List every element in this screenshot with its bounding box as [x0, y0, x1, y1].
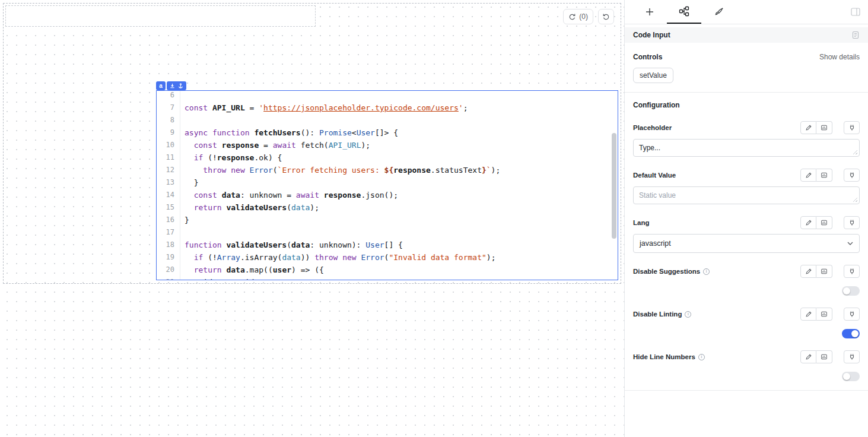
transform-button[interactable]: [816, 350, 832, 363]
datasource-button[interactable]: [844, 308, 860, 321]
code-line: 8: [157, 114, 618, 126]
line-content: if (!response.ok) {: [180, 151, 282, 164]
pencil-icon: [805, 172, 812, 179]
field-buttons: [800, 216, 860, 229]
line-number: 16: [157, 214, 180, 226]
line-number: 18: [157, 239, 180, 251]
code-line: 17: [157, 226, 618, 239]
field-label: Disable Linting: [633, 311, 682, 318]
edit-button[interactable]: [800, 308, 816, 321]
code-line: 10 const response = await fetch(API_URL)…: [157, 139, 618, 151]
line-number: 20: [157, 264, 180, 276]
code-line: 14 const data: unknown = await response.…: [157, 189, 618, 201]
field-input-placeholder[interactable]: Type...: [633, 139, 860, 157]
component-tag-chip[interactable]: a: [156, 81, 166, 90]
pencil-icon: [805, 311, 812, 318]
canvas-grid[interactable]: (0) a 67const API_URL = 'https://jsonpla…: [0, 0, 624, 437]
edit-button[interactable]: [800, 169, 816, 182]
line-number: 17: [157, 226, 180, 239]
line-number: 6: [157, 91, 180, 102]
inspector-panel: Code Input Controls Show details setValu…: [624, 0, 868, 437]
tab-style[interactable]: [701, 0, 736, 24]
field-buttons: [800, 350, 860, 363]
toggle-knob: [843, 373, 850, 380]
toggle-disable-linting[interactable]: [842, 329, 860, 338]
field-select-lang[interactable]: javascript: [633, 234, 860, 253]
config-field-disable-suggestions: Disable Suggestions: [633, 265, 860, 296]
component-handle-chip[interactable]: [167, 81, 186, 90]
line-number: 14: [157, 189, 180, 201]
transform-button[interactable]: [816, 169, 832, 182]
datasource-button[interactable]: [844, 121, 860, 134]
canvas-actions: (0): [563, 9, 614, 24]
refresh-button[interactable]: (0): [563, 9, 593, 24]
line-content: throw new Error(`Error fetching users: $…: [180, 164, 500, 176]
datasource-button[interactable]: [844, 216, 860, 229]
line-content: [180, 91, 185, 102]
pencil-icon: [805, 219, 812, 226]
collapse-panel-button[interactable]: [851, 0, 860, 24]
section-divider: [625, 92, 868, 93]
toggle-knob: [851, 330, 859, 337]
code-input-component[interactable]: a 67const API_URL = 'https://jsonplaceho…: [156, 90, 618, 280]
code-line: 13 }: [157, 176, 618, 189]
anchor-icon: [178, 83, 183, 88]
field-header: Lang: [633, 216, 860, 229]
code-line: 6: [157, 91, 618, 102]
info-icon: [698, 354, 705, 360]
edit-button[interactable]: [800, 121, 816, 134]
config-field-placeholder: PlaceholderType...: [633, 121, 860, 157]
transform-button[interactable]: [816, 308, 832, 321]
line-number: 12: [157, 164, 180, 176]
code-line: 19 if (!Array.isArray(data)) throw new E…: [157, 251, 618, 264]
refresh-icon: [568, 13, 576, 21]
datasource-button[interactable]: [844, 169, 860, 182]
section-divider-bottom: [625, 390, 868, 391]
tab-components[interactable]: [667, 0, 701, 24]
field-label: Default Value: [633, 172, 676, 179]
line-content: const API_URL = 'https://jsonplaceholder…: [180, 102, 468, 114]
code-editor[interactable]: 67const API_URL = 'https://jsonplacehold…: [157, 91, 618, 280]
edit-button[interactable]: [800, 265, 816, 278]
code-line: 16}: [157, 214, 618, 226]
edit-button[interactable]: [800, 350, 816, 363]
line-number: 19: [157, 251, 180, 264]
field-buttons: [800, 169, 860, 182]
panel-right-icon: [851, 8, 860, 16]
transform-button[interactable]: [816, 265, 832, 278]
line-number: 11: [157, 151, 180, 164]
history-button[interactable]: [598, 9, 614, 24]
code-line: 18function validateUsers(data: unknown):…: [157, 239, 618, 251]
field-header: Hide Line Numbers: [633, 350, 860, 363]
line-content: id: user.id,: [180, 276, 259, 280]
code-line: 15 return validateUsers(data);: [157, 201, 618, 214]
show-details-link[interactable]: Show details: [819, 53, 860, 61]
controls-heading: Controls: [633, 53, 662, 61]
line-number: 21: [157, 276, 180, 280]
toggle-disable-suggestions[interactable]: [842, 286, 860, 296]
resize-handle-icon[interactable]: [853, 150, 857, 154]
pencil-icon: [805, 353, 812, 360]
header-placeholder[interactable]: [5, 5, 316, 27]
line-content: return data.map((user) => ({: [180, 264, 324, 276]
line-content: [180, 114, 185, 126]
toggle-hide-line-numbers[interactable]: [842, 372, 860, 381]
line-content: function validateUsers(data: unknown): U…: [180, 239, 403, 251]
tab-add[interactable]: [632, 0, 667, 24]
editor-scrollbar[interactable]: [612, 133, 616, 239]
transform-button[interactable]: [816, 121, 832, 134]
edit-button[interactable]: [800, 216, 816, 229]
resize-handle-icon[interactable]: [853, 197, 857, 202]
line-content: return validateUsers(data);: [180, 201, 319, 214]
field-input-default-value[interactable]: Static value: [633, 186, 860, 204]
history-icon: [602, 13, 610, 21]
controls-section-header: Controls Show details: [633, 53, 860, 61]
datasource-button[interactable]: [844, 350, 860, 363]
datasource-button[interactable]: [844, 265, 860, 278]
field-label: Lang: [633, 219, 649, 226]
method-setvalue-button[interactable]: setValue: [633, 68, 673, 83]
component-doc-icon[interactable]: [851, 31, 860, 39]
transform-button[interactable]: [816, 216, 832, 229]
pencil-icon: [805, 268, 812, 275]
line-number: 15: [157, 201, 180, 214]
